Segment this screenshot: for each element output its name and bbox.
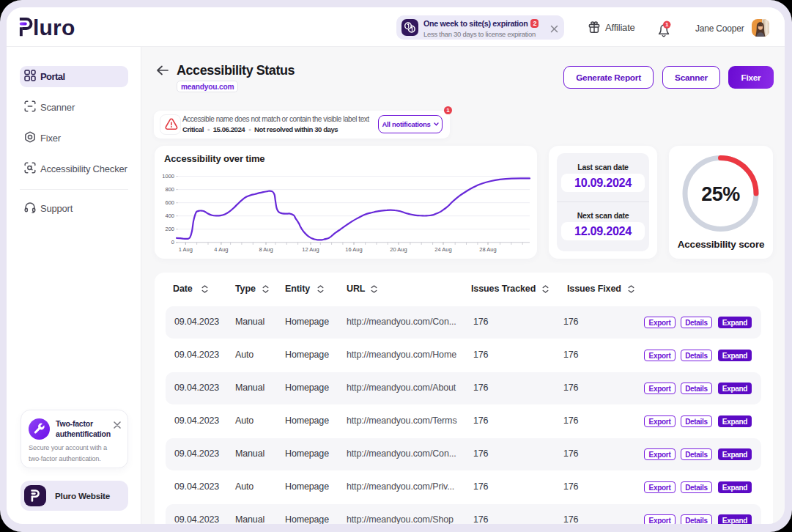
svg-text:20 Aug: 20 Aug (390, 246, 407, 253)
svg-text:16 Aug: 16 Aug (345, 246, 362, 253)
svg-text:28 Aug: 28 Aug (479, 246, 496, 253)
svg-text:4 Aug: 4 Aug (214, 246, 228, 253)
svg-text:1000: 1000 (162, 173, 174, 180)
svg-text:400: 400 (165, 213, 174, 219)
svg-text:25%: 25% (701, 183, 740, 205)
svg-text:luro: luro (33, 17, 75, 37)
svg-text:0: 0 (171, 239, 174, 245)
svg-text:1 Aug: 1 Aug (179, 246, 193, 253)
svg-text:24 Aug: 24 Aug (434, 246, 451, 253)
svg-text:200: 200 (165, 226, 174, 232)
svg-text:12 Aug: 12 Aug (302, 246, 319, 253)
svg-text:600: 600 (165, 199, 174, 206)
svg-text:1: 1 (665, 21, 669, 28)
svg-text:800: 800 (165, 186, 174, 193)
svg-text:8 Aug: 8 Aug (259, 246, 273, 253)
